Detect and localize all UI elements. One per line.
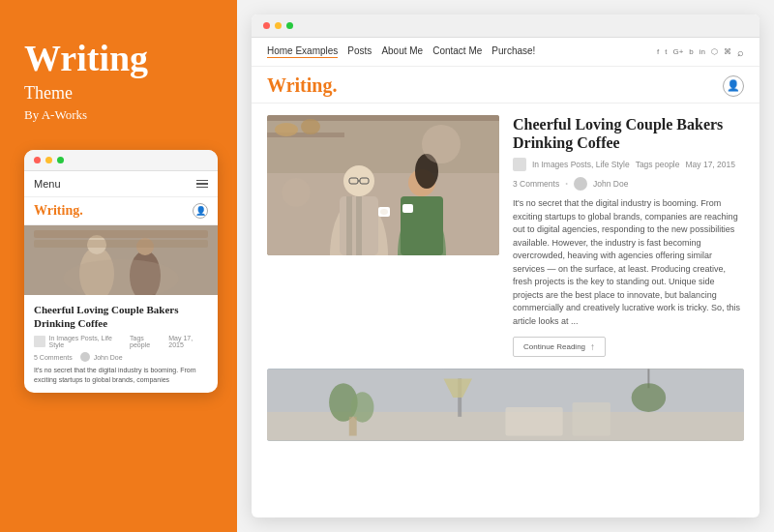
desktop-browser: Home Examples Posts About Me Contact Me … bbox=[252, 15, 759, 517]
desktop-dot-green bbox=[286, 22, 293, 29]
mobile-meta-icon bbox=[34, 336, 45, 347]
mobile-preview-card: Menu Writing. 👤 bbox=[24, 150, 218, 393]
post-author-name: John Doe bbox=[593, 179, 628, 189]
rss-icon: ⌘ bbox=[724, 47, 731, 56]
desktop-user-icon[interactable]: 👤 bbox=[723, 75, 744, 97]
nav-link-purchase[interactable]: Purchase! bbox=[491, 45, 535, 58]
dot-green bbox=[57, 157, 64, 163]
nav-social-icons: f t G+ b in ⬡ ⌘ ⌕ bbox=[657, 46, 744, 58]
desktop-browser-bar bbox=[252, 15, 759, 38]
desktop-dot-red bbox=[263, 22, 270, 29]
left-panel: Writing Theme By A-Works Menu Writing. 👤 bbox=[0, 0, 237, 532]
mobile-logo-bar: Writing. 👤 bbox=[24, 197, 218, 225]
svg-rect-25 bbox=[356, 196, 362, 255]
mobile-browser-bar bbox=[24, 150, 218, 171]
googleplus-icon: G+ bbox=[672, 47, 683, 56]
post-author-avatar bbox=[574, 177, 587, 191]
post-meta-comments: 3 Comments bbox=[513, 179, 559, 189]
mobile-meta-date: May 17, 2015 bbox=[168, 335, 208, 348]
nav-link-home[interactable]: Home Examples bbox=[267, 45, 338, 58]
desktop-logo-bar: Writing. 👤 bbox=[252, 67, 759, 103]
nav-link-contact[interactable]: Contact Me bbox=[432, 45, 482, 58]
svg-rect-24 bbox=[346, 196, 352, 255]
mobile-menu-label: Menu bbox=[34, 178, 61, 190]
linkedin-icon: in bbox=[700, 47, 705, 56]
nav-links: Home Examples Posts About Me Contact Me … bbox=[267, 45, 535, 58]
mobile-meta-category: In Images Posts, Life Style bbox=[49, 335, 127, 348]
mobile-meta-tags: Tags people bbox=[130, 335, 164, 348]
mobile-logo: Writing. bbox=[34, 203, 83, 219]
mobile-post-meta: In Images Posts, Life Style Tags people … bbox=[34, 335, 208, 348]
post-meta-tags: Tags people bbox=[636, 160, 680, 169]
dot-yellow bbox=[45, 157, 52, 163]
svg-point-33 bbox=[422, 125, 461, 163]
mobile-comments: 5 Comments bbox=[34, 354, 73, 361]
share-icon: ↑ bbox=[590, 341, 595, 352]
second-post-image bbox=[267, 369, 744, 441]
svg-rect-7 bbox=[34, 230, 208, 238]
mobile-excerpt: It's no secret that the digital industry… bbox=[34, 366, 208, 385]
mobile-author-name: John Doe bbox=[94, 354, 123, 361]
hamburger-icon bbox=[196, 180, 208, 189]
mobile-author-avatar bbox=[80, 352, 90, 362]
featured-post-meta: In Images Posts, Life Style Tags people … bbox=[513, 158, 744, 191]
post-meta-date: May 17, 2015 bbox=[685, 160, 735, 169]
dot-red bbox=[34, 157, 41, 163]
theme-title: Writing bbox=[24, 39, 213, 79]
svg-point-34 bbox=[282, 178, 311, 207]
post-meta-category: In Images Posts, Life Style bbox=[532, 160, 630, 169]
nav-link-posts[interactable]: Posts bbox=[347, 45, 372, 58]
search-icon[interactable]: ⌕ bbox=[737, 46, 744, 58]
svg-rect-32 bbox=[402, 204, 413, 213]
theme-title-block: Writing Theme By A-Works bbox=[24, 39, 213, 150]
theme-by: By A-Works bbox=[24, 107, 213, 123]
featured-post-title: Cheerful Loving Couple Bakers Drinking C… bbox=[513, 115, 744, 152]
desktop-logo: Writing. bbox=[267, 74, 337, 97]
mobile-post-author-meta: 5 Comments John Doe bbox=[34, 352, 208, 362]
nav-link-about[interactable]: About Me bbox=[381, 45, 423, 58]
mobile-nav: Menu bbox=[24, 171, 218, 197]
svg-rect-8 bbox=[34, 240, 208, 248]
desktop-dot-yellow bbox=[275, 22, 282, 29]
svg-point-27 bbox=[380, 209, 388, 215]
twitter-icon: t bbox=[665, 47, 667, 56]
featured-post: Cheerful Loving Couple Bakers Drinking C… bbox=[267, 115, 744, 357]
continue-reading-button[interactable]: Continue Reading ↑ bbox=[513, 337, 606, 357]
mobile-post-title: Cheerful Loving Couple Bakers Drinking C… bbox=[34, 303, 208, 331]
right-panel: Home Examples Posts About Me Contact Me … bbox=[237, 0, 774, 532]
instagram-icon: ⬡ bbox=[711, 47, 718, 56]
theme-word: Theme bbox=[24, 83, 213, 103]
post-meta-icon bbox=[513, 158, 526, 171]
mobile-post-content: Cheerful Loving Couple Bakers Drinking C… bbox=[24, 295, 218, 393]
featured-post-excerpt: It's no secret that the digital industry… bbox=[513, 197, 744, 328]
mobile-user-icon: 👤 bbox=[193, 203, 208, 219]
blogger-icon: b bbox=[689, 47, 693, 56]
mobile-hero-image bbox=[24, 225, 218, 295]
facebook-icon: f bbox=[657, 47, 659, 56]
desktop-nav: Home Examples Posts About Me Contact Me … bbox=[252, 38, 759, 67]
desktop-main-content: Cheerful Loving Couple Bakers Drinking C… bbox=[252, 103, 759, 517]
featured-post-image bbox=[267, 115, 499, 255]
svg-rect-47 bbox=[267, 369, 744, 441]
featured-post-content: Cheerful Loving Couple Bakers Drinking C… bbox=[513, 115, 744, 357]
